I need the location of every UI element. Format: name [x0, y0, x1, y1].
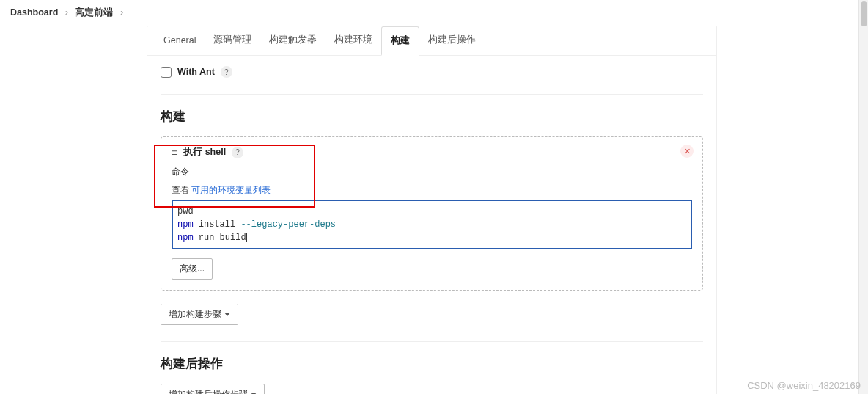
advanced-button[interactable]: 高级... — [172, 258, 213, 280]
tab-triggers[interactable]: 构建触发器 — [260, 26, 326, 55]
crumb-project[interactable]: 高定前端 — [75, 7, 113, 18]
chevron-right-icon: › — [120, 7, 123, 18]
tab-scm[interactable]: 源码管理 — [205, 26, 260, 55]
env-prefix: 查看 — [172, 185, 191, 195]
breadcrumb: Dashboard › 高定前端 › — [0, 0, 868, 26]
config-card: General 源码管理 构建触发器 构建环境 构建 构建后操作 With An… — [147, 26, 717, 394]
add-post-build-step-button[interactable]: 增加构建后操作步骤 — [161, 384, 265, 394]
close-icon[interactable]: ✕ — [680, 145, 694, 158]
scroll-thumb[interactable] — [861, 1, 867, 26]
env-hint: 查看 可用的环境变量列表 — [172, 184, 692, 197]
env-vars-link[interactable]: 可用的环境变量列表 — [191, 185, 271, 195]
with-ant-checkbox[interactable] — [161, 67, 172, 78]
chevron-right-icon: › — [65, 7, 68, 18]
shell-command-input[interactable]: pwd npm install --legacy-peer-deps npm r… — [172, 200, 692, 249]
chevron-down-icon — [224, 313, 230, 316]
watermark: CSDN @weixin_48202169 — [747, 380, 861, 391]
advanced-label: 高级... — [180, 263, 205, 275]
help-icon[interactable]: ? — [232, 147, 243, 158]
with-ant-label: With Ant — [177, 67, 215, 77]
divider — [161, 341, 703, 342]
build-heading: 构建 — [161, 108, 703, 125]
tab-build[interactable]: 构建 — [381, 26, 419, 56]
help-icon[interactable]: ? — [221, 66, 232, 78]
command-label: 命令 — [172, 166, 692, 178]
tab-post[interactable]: 构建后操作 — [419, 26, 485, 55]
tabs: General 源码管理 构建触发器 构建环境 构建 构建后操作 — [147, 26, 716, 56]
scrollbar[interactable] — [858, 0, 868, 394]
build-step-shell: ✕ ≡ 执行 shell ? 命令 查看 可用的环境变量列表 pwd npm i… — [161, 136, 703, 291]
tab-env[interactable]: 构建环境 — [326, 26, 381, 55]
crumb-dashboard[interactable]: Dashboard — [10, 7, 58, 18]
drag-handle-icon[interactable]: ≡ — [172, 147, 177, 158]
add-build-step-label: 增加构建步骤 — [169, 308, 221, 321]
tab-general[interactable]: General — [155, 28, 205, 54]
add-post-build-step-label: 增加构建后操作步骤 — [169, 388, 248, 394]
step-title: 执行 shell — [183, 146, 226, 158]
divider — [161, 94, 703, 95]
add-build-step-button[interactable]: 增加构建步骤 — [161, 304, 238, 325]
with-ant-row: With Ant ? — [161, 66, 703, 78]
post-build-heading: 构建后操作 — [161, 355, 703, 372]
